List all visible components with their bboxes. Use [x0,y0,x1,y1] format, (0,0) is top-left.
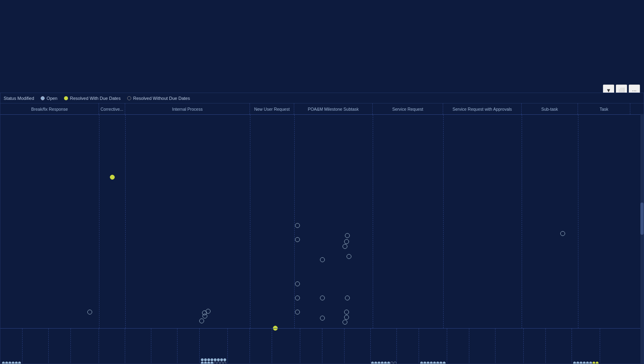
mini-dot [5,362,8,364]
cluster-col-11[interactable]: Medium [272,329,300,364]
cluster-col-20[interactable]: Medium [495,329,524,364]
cluster-col-8[interactable]: Medium [200,329,228,364]
scatter-dot[interactable] [344,310,349,314]
mini-dot [220,358,223,361]
mini-dot [214,358,217,361]
cluster-col-21[interactable]: High [524,329,546,364]
legend-resolved-with-label: Resolved With Due Dates [70,96,121,101]
mini-dot [211,358,213,361]
legend-title: Status Modified [4,96,34,101]
cluster-col-13[interactable]: Low [322,329,345,364]
top-area [0,0,644,93]
mini-dot [18,362,21,364]
cluster-dots [0,362,22,364]
scatter-dot[interactable] [560,231,565,236]
mini-dot [217,358,220,361]
scatter-dot[interactable] [87,310,92,314]
mini-dot [12,362,14,364]
scatter-dot[interactable] [347,254,351,259]
scatter-dot[interactable] [344,315,349,320]
legend-resolved-with: Resolved With Due Dates [64,96,121,101]
resolved-without-dot-icon [127,96,131,100]
cluster-col-15[interactable]: High [371,329,397,364]
scatter-dot[interactable] [110,175,115,180]
cluster-col-18[interactable]: High [447,329,469,364]
scatter-dot[interactable] [320,257,325,262]
scatter-dot[interactable] [295,281,300,286]
mini-dot [2,362,5,364]
scatter-dot[interactable] [199,318,204,323]
cluster-col-22[interactable]: Medium [546,329,572,364]
scatter-dot[interactable] [343,244,347,249]
mini-dot [223,362,226,364]
col-header-breakfix: Break/fix Response [0,103,99,114]
scatter-dot[interactable] [295,296,300,300]
scrollbar[interactable] [640,114,644,364]
cluster-col-23[interactable]: Medium [572,329,600,364]
mini-dot [220,362,223,364]
cluster-col-4[interactable]: Medium [99,329,125,364]
mini-dot [573,362,576,364]
legend-bar: Status Modified Open Resolved With Due D… [0,93,644,103]
mini-dot [420,362,423,364]
col-header-subtask: Sub-task [522,103,578,114]
cluster-col-9[interactable]: Minor [228,329,250,364]
chart-container: Status Modified Open Resolved With Due D… [0,93,644,364]
col-header-poam: POA&M Milestone Subtask [294,103,373,114]
mini-dot [387,362,390,364]
cluster-col-6[interactable]: Highest [151,329,178,364]
mini-dot [394,362,396,364]
cluster-col-16[interactable]: Low [397,329,419,364]
col-header-internal: Internal Process [125,103,250,114]
mini-dot [371,362,374,364]
mini-dot [217,362,220,364]
col-header-service: Service Request [373,103,443,114]
cluster-col-1[interactable]: Highest [23,329,49,364]
col-header-task: Task [578,103,630,114]
cluster-col-5[interactable]: High [125,329,151,364]
cluster-col-14[interactable]: Medium [345,329,371,364]
column-headers: Break/fix Response Corrective... Interna… [0,103,644,115]
mini-dot [204,362,207,364]
mini-dot [374,362,377,364]
cluster-col-7[interactable]: Low [178,329,200,364]
mini-dot [580,362,582,364]
mini-dot [207,362,210,364]
mini-dot [201,362,204,364]
scatter-dot[interactable] [295,237,300,242]
cluster-col-17[interactable]: Medium [419,329,447,364]
cluster-col-2[interactable]: Low [49,329,71,364]
mini-dot [201,358,204,361]
cluster-col-19[interactable]: Highest [469,329,495,364]
scatter-dot[interactable] [295,223,300,228]
mini-dot [436,362,439,364]
cluster-col-12[interactable]: High [300,329,322,364]
col-header-serviceapproval: Service Request with Approvals [443,103,522,114]
scrollbar-thumb[interactable] [640,203,644,235]
mini-dot [223,358,226,361]
scatter-dot[interactable] [295,310,300,314]
scatter-dot[interactable] [344,239,349,244]
scatter-dot[interactable] [320,296,325,300]
cluster-col-0[interactable]: High [0,329,23,364]
mini-dot [440,362,442,364]
col-header-corrective: Corrective... [99,103,125,114]
scatter-dot[interactable] [345,233,350,238]
mini-dot [433,362,436,364]
mini-dot [378,362,380,364]
mini-dot [8,362,11,364]
scatter-dot[interactable] [343,320,347,325]
resolved-with-dot-icon [64,96,68,100]
cluster-col-10[interactable]: High [250,329,272,364]
mini-dot [207,358,210,361]
mini-dot [423,362,426,364]
scatter-dot[interactable] [320,316,325,321]
legend-open: Open [41,96,58,101]
mini-dot [430,362,433,364]
cluster-col-3[interactable]: Medium [71,329,99,364]
mini-dot [211,362,213,364]
bottom-clusters: HighHighestLowMediumMediumHighHighestLow… [0,328,644,364]
mini-dot [586,362,589,364]
scatter-dot[interactable] [345,296,350,300]
scatter-dot[interactable] [202,310,207,315]
